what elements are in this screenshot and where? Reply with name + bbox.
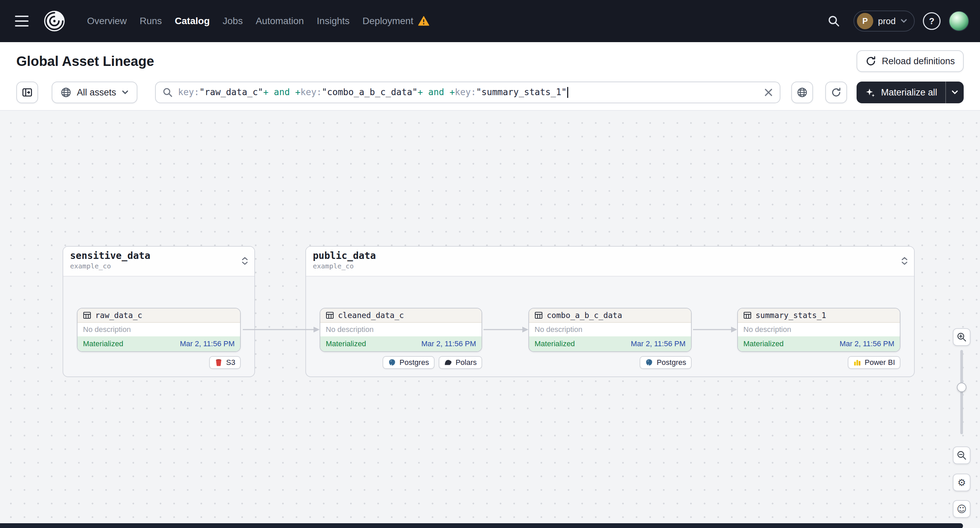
- materialization-timestamp[interactable]: Mar 2, 11:56 PM: [180, 339, 235, 348]
- chevron-down-icon: [122, 90, 129, 95]
- sparkle-icon: [865, 87, 876, 98]
- asset-tags: Power BI: [737, 356, 900, 369]
- polars-icon: [444, 358, 452, 366]
- table-icon: [535, 311, 543, 319]
- globe-icon: [797, 87, 808, 98]
- zoom-out-button[interactable]: [953, 446, 970, 464]
- asset-description: No description: [78, 323, 240, 336]
- table-icon: [743, 311, 751, 319]
- nav-item-jobs[interactable]: Jobs: [223, 16, 243, 27]
- powerbi-icon: [853, 358, 861, 366]
- kind-tag-polars[interactable]: Polars: [439, 356, 482, 369]
- asset-node-summary-stats-1[interactable]: summary_stats_1 No description Materiali…: [737, 308, 900, 352]
- menu-icon[interactable]: [11, 10, 34, 33]
- collapse-group-icon[interactable]: [901, 255, 908, 268]
- nav-item-automation[interactable]: Automation: [256, 16, 304, 27]
- status-badge: Materialized: [326, 339, 366, 348]
- zoom-slider-handle[interactable]: [957, 382, 966, 392]
- status-badge: Materialized: [743, 339, 784, 348]
- zoom-in-icon: [956, 332, 967, 342]
- lineage-toolbar: All assets key:"raw_data_c"+ and +key:"c…: [0, 80, 980, 110]
- page-title: Global Asset Lineage: [16, 54, 154, 69]
- deployment-name: prod: [878, 16, 896, 27]
- asset-tags: S3: [77, 356, 241, 369]
- sidebar-toggle-icon: [22, 87, 33, 98]
- warning-icon: [418, 16, 430, 27]
- materialization-timestamp[interactable]: Mar 2, 11:56 PM: [631, 339, 686, 348]
- zoom-in-button[interactable]: [953, 328, 970, 346]
- lineage-canvas[interactable]: sensitive_data example_co public_data ex…: [0, 110, 980, 528]
- feedback-button[interactable]: ☺: [953, 500, 970, 518]
- nav-item-deployment[interactable]: Deployment: [363, 16, 430, 27]
- asset-node-raw-data-c[interactable]: raw_data_c No description Materialized M…: [77, 308, 241, 352]
- top-nav: Overview Runs Catalog Jobs Automation In…: [0, 0, 980, 42]
- deployment-switcher[interactable]: P prod: [853, 11, 915, 32]
- reload-definitions-button[interactable]: Reload definitions: [857, 50, 964, 72]
- user-avatar[interactable]: [949, 11, 969, 31]
- zoom-out-icon: [956, 450, 967, 460]
- s3-icon: [215, 358, 223, 366]
- asset-description: No description: [529, 323, 691, 336]
- nav-links: Overview Runs Catalog Jobs Automation In…: [87, 16, 430, 27]
- group-header: sensitive_data example_co: [63, 247, 255, 277]
- globe-icon: [60, 87, 72, 98]
- status-badge: Materialized: [83, 339, 123, 348]
- group-title: sensitive_data: [70, 250, 248, 261]
- reload-icon: [865, 56, 876, 67]
- zoom-slider-track[interactable]: [960, 350, 963, 434]
- graph-settings-button[interactable]: ⚙: [953, 474, 970, 491]
- asset-node-cleaned-data-c[interactable]: cleaned_data_c No description Materializ…: [320, 308, 482, 352]
- status-badge: Materialized: [535, 339, 575, 348]
- materialization-timestamp[interactable]: Mar 2, 11:56 PM: [840, 339, 894, 348]
- kind-tag-s3[interactable]: S3: [209, 356, 241, 369]
- gear-icon: ⚙: [957, 477, 966, 488]
- postgres-icon: [388, 358, 396, 366]
- nav-item-catalog[interactable]: Catalog: [175, 16, 210, 27]
- asset-description: No description: [738, 323, 900, 336]
- asset-selection-query: key:"raw_data_c"+ and +key:"combo_a_b_c_…: [178, 87, 759, 98]
- refresh-button[interactable]: [825, 82, 847, 103]
- search-icon[interactable]: [822, 10, 845, 33]
- materialize-options-caret[interactable]: [945, 82, 964, 103]
- open-panel-button[interactable]: [16, 82, 38, 103]
- kind-tag-power-bi[interactable]: Power BI: [848, 356, 900, 369]
- asset-tags: Postgres Polars: [320, 356, 482, 369]
- dagster-logo-icon[interactable]: [42, 9, 67, 33]
- page-header: Global Asset Lineage Reload definitions: [0, 42, 980, 80]
- asset-tags: Postgres: [528, 356, 692, 369]
- kind-tag-postgres[interactable]: Postgres: [383, 356, 434, 369]
- table-icon: [83, 311, 91, 319]
- horizontal-scrollbar[interactable]: [0, 523, 963, 528]
- asset-selection-input[interactable]: key:"raw_data_c"+ and +key:"combo_a_b_c_…: [155, 82, 780, 103]
- chevron-down-icon: [951, 90, 958, 95]
- asset-name: summary_stats_1: [756, 311, 826, 320]
- asset-name: raw_data_c: [95, 311, 142, 320]
- clear-query-icon[interactable]: [764, 88, 773, 97]
- postgres-icon: [645, 358, 653, 366]
- deployment-avatar: P: [857, 13, 873, 29]
- materialization-timestamp[interactable]: Mar 2, 11:56 PM: [421, 339, 476, 348]
- group-title: public_data: [313, 250, 907, 261]
- group-repo: example_co: [313, 262, 907, 270]
- smiley-icon: ☺: [956, 504, 966, 515]
- nav-item-runs[interactable]: Runs: [140, 16, 162, 27]
- refresh-icon: [831, 87, 842, 98]
- asset-description: No description: [320, 323, 482, 336]
- chevron-down-icon: [900, 19, 907, 24]
- nav-item-overview[interactable]: Overview: [87, 16, 127, 27]
- asset-filter-button[interactable]: All assets: [52, 82, 137, 103]
- asset-name: cleaned_data_c: [338, 311, 404, 320]
- group-repo: example_co: [70, 262, 248, 270]
- materialize-all-button[interactable]: Materialize all: [857, 82, 964, 103]
- graph-view-options-button[interactable]: [791, 82, 813, 103]
- table-icon: [326, 311, 334, 319]
- nav-item-insights[interactable]: Insights: [317, 16, 350, 27]
- kind-tag-postgres[interactable]: Postgres: [640, 356, 692, 369]
- asset-name: combo_a_b_c_data: [547, 311, 622, 320]
- text-cursor: [567, 87, 568, 98]
- asset-node-combo-a-b-c-data[interactable]: combo_a_b_c_data No description Material…: [528, 308, 692, 352]
- collapse-group-icon[interactable]: [242, 255, 248, 268]
- group-header: public_data example_co: [306, 247, 914, 277]
- search-icon: [162, 87, 173, 98]
- help-icon[interactable]: ?: [923, 12, 940, 30]
